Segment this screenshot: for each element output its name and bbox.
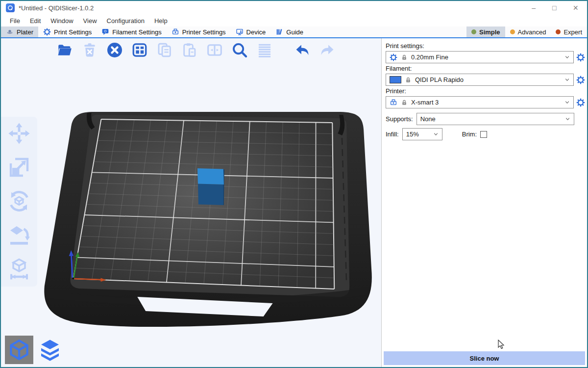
plater-icon — [6, 28, 14, 36]
move-tool-button[interactable] — [7, 122, 31, 145]
search-icon — [231, 42, 248, 58]
advanced-dot-icon — [510, 29, 515, 34]
printer-combo[interactable]: X-smart 3 — [386, 96, 574, 108]
print-settings-label: Print settings: — [386, 42, 585, 50]
guide-icon — [275, 28, 283, 36]
window-title: *Untitled - QIDISlicer-1.0.2 — [19, 4, 94, 12]
tab-print-settings[interactable]: Print Settings — [38, 26, 97, 37]
redo-icon — [319, 42, 336, 58]
close-button[interactable]: × — [573, 3, 578, 12]
layers-icon — [38, 338, 62, 362]
printer-label: Printer: — [386, 87, 585, 95]
circle-x-icon — [106, 42, 123, 58]
device-icon — [236, 28, 244, 36]
trash-icon — [81, 42, 98, 58]
open-button[interactable] — [55, 40, 74, 60]
split-icon — [206, 42, 223, 58]
infill-combo[interactable]: 15% — [402, 128, 442, 140]
filament-gear-button[interactable] — [576, 76, 585, 84]
supports-label: Supports: — [386, 115, 413, 123]
supports-combo[interactable]: None — [416, 113, 574, 125]
lock-icon — [405, 77, 412, 83]
chevron-down-icon — [433, 131, 439, 137]
paste-button[interactable] — [180, 40, 199, 60]
supports-value: None — [420, 115, 436, 123]
chevron-down-icon — [564, 54, 570, 60]
tabbar: Plater Print Settings Filament Settings … — [1, 26, 587, 38]
gear-icon — [390, 53, 397, 61]
sliced-preview-button[interactable] — [36, 336, 64, 364]
split-objects-button[interactable] — [205, 40, 224, 60]
tab-filament-settings[interactable]: Filament Settings — [97, 26, 166, 37]
copy-button[interactable] — [155, 40, 174, 60]
filament-color-swatch — [390, 76, 401, 83]
place-on-face-tool-button[interactable] — [7, 223, 31, 247]
measure-tool-button[interactable] — [7, 257, 31, 281]
search-button[interactable] — [230, 40, 249, 60]
menu-window[interactable]: Window — [46, 17, 78, 25]
mode-advanced[interactable]: Advanced — [505, 26, 551, 37]
undo-button[interactable] — [293, 40, 312, 60]
minimize-button[interactable]: – — [532, 4, 536, 11]
delete-all-button[interactable] — [105, 40, 124, 60]
rotate-tool-button[interactable] — [7, 189, 31, 213]
brim-checkbox[interactable] — [480, 131, 487, 138]
mode-simple[interactable]: Simple — [466, 26, 505, 37]
delete-button[interactable] — [80, 40, 99, 60]
menu-help[interactable]: Help — [149, 17, 172, 25]
app-logo-icon — [6, 3, 15, 12]
filament-value: QIDI PLA Rapido — [415, 76, 464, 83]
chevron-down-icon — [564, 100, 570, 105]
lock-icon — [401, 54, 408, 61]
menu-edit[interactable]: Edit — [25, 17, 46, 25]
arrange-button[interactable] — [130, 40, 149, 60]
menu-view[interactable]: View — [78, 17, 102, 25]
scale-tool-button[interactable] — [7, 156, 31, 179]
object-manipulation-toolbar — [1, 117, 37, 287]
tab-printer-settings[interactable]: Printer Settings — [167, 26, 231, 37]
titlebar: *Untitled - QIDISlicer-1.0.2 – □ × — [1, 1, 587, 15]
filament-combo[interactable]: QIDI PLA Rapido — [386, 74, 574, 86]
plater-toolbar — [55, 40, 337, 60]
slice-now-button[interactable]: Slice now — [384, 351, 585, 365]
brim-label: Brim: — [462, 131, 477, 138]
folder-open-icon — [56, 42, 73, 58]
tab-plater[interactable]: Plater — [1, 26, 38, 37]
lock-icon — [401, 99, 408, 106]
arrange-icon — [131, 42, 148, 58]
copy-icon — [156, 42, 173, 58]
menubar: File Edit Window View Configuration Help — [1, 15, 587, 26]
filament-icon — [101, 28, 109, 36]
variable-layer-height-button[interactable] — [255, 40, 274, 60]
tab-guide[interactable]: Guide — [270, 26, 308, 37]
chevron-down-icon — [565, 116, 570, 122]
undo-icon — [294, 42, 311, 58]
printer-icon — [172, 28, 179, 36]
redo-button[interactable] — [318, 40, 337, 60]
printer-icon — [390, 99, 397, 106]
print-settings-combo[interactable]: 0.20mm Fine — [386, 51, 574, 63]
maximize-button[interactable]: □ — [552, 4, 556, 11]
mode-expert[interactable]: Expert — [551, 26, 587, 37]
gear-icon — [43, 28, 51, 36]
cube-3d-icon — [7, 338, 31, 362]
3d-editor-view-button[interactable] — [5, 336, 33, 364]
menu-configuration[interactable]: Configuration — [102, 17, 149, 25]
layer-lines-icon — [256, 42, 273, 58]
simple-dot-icon — [471, 29, 476, 34]
filament-label: Filament: — [386, 65, 585, 72]
tab-device[interactable]: Device — [231, 26, 271, 37]
print-settings-value: 0.20mm Fine — [411, 53, 448, 61]
app-window: *Untitled - QIDISlicer-1.0.2 – □ × File … — [0, 0, 588, 368]
printer-gear-button[interactable] — [576, 98, 585, 107]
mouse-cursor — [498, 340, 505, 350]
infill-value: 15% — [406, 131, 419, 138]
build-plate-scene — [1, 38, 381, 367]
mode-selector: Simple Advanced Expert — [466, 26, 587, 37]
print-settings-gear-button[interactable] — [576, 53, 585, 62]
3d-viewport[interactable] — [1, 38, 381, 367]
model-cube — [197, 168, 224, 205]
view-mode-buttons — [5, 336, 64, 364]
settings-panel: Print settings: 0.20mm Fine Filament: QI… — [381, 38, 587, 367]
menu-file[interactable]: File — [5, 17, 25, 25]
